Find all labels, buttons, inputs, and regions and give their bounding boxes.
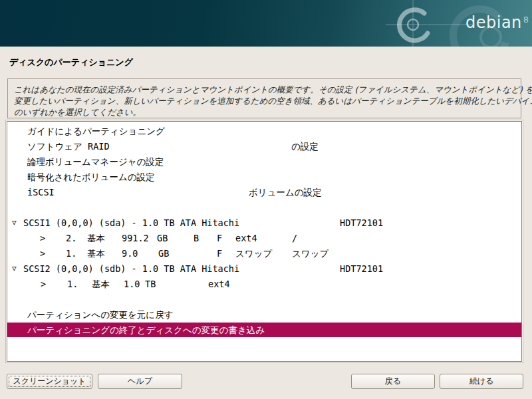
row-text: TB xyxy=(145,277,156,291)
row-text: 991.2 xyxy=(122,231,149,245)
partition-sda1[interactable]: >1.基本9.0GBFスワップスワップ xyxy=(7,246,521,261)
row-text: 基本 xyxy=(92,277,110,291)
row-text: SCSI2 (0,0,0) (sdb) - 1.0 TB ATA Hitachi xyxy=(23,261,239,276)
partition-sda2[interactable]: >2.基本991.2GBBFext4/ xyxy=(7,231,521,245)
partition-list: ガイドによるパーティショニングソフトウェア RAIDの設定論理ボリュームマネージ… xyxy=(7,121,522,362)
brand-version: 8 xyxy=(523,15,529,25)
row-text: 論理ボリュームマネージャの設定 xyxy=(27,154,164,169)
header-banner: debian8 xyxy=(0,0,532,47)
description-line: のいずれかを選択してください。 xyxy=(14,106,514,118)
description-line: これはあなたの現在の設定済みパーティションとマウントポイントの概要です。その設定… xyxy=(14,84,514,95)
row-text: HDT72101 xyxy=(340,215,383,230)
disk-sda[interactable]: ▽SCSI1 (0,0,0) (sda) - 1.0 TB ATA Hitach… xyxy=(7,215,521,230)
row-text: GB xyxy=(158,246,169,261)
spacer-row xyxy=(7,292,521,307)
row-text: GB xyxy=(157,231,168,245)
row-text: 2. xyxy=(66,231,76,245)
row-text: > xyxy=(40,231,45,245)
help-button[interactable]: ヘルプ xyxy=(98,374,182,389)
disk-sdb[interactable]: ▽SCSI2 (0,0,0) (sdb) - 1.0 TB ATA Hitach… xyxy=(7,261,521,276)
row-text: 1.0 xyxy=(124,277,140,291)
partition-sdb1[interactable]: >1.基本1.0TBext4 xyxy=(7,277,521,291)
row-text: ext4 xyxy=(235,231,257,245)
brand-text: debian xyxy=(466,13,522,32)
row-text: ガイドによるパーティショニング xyxy=(27,124,165,138)
row-text: > xyxy=(41,277,46,291)
row-text: の設定 xyxy=(291,139,319,154)
configure-lvm[interactable]: 論理ボリュームマネージャの設定 xyxy=(7,154,521,169)
row-text: ソフトウェア RAID xyxy=(27,139,110,154)
row-text: 9.0 xyxy=(122,246,138,261)
row-text: 1. xyxy=(66,246,76,261)
row-text: 基本 xyxy=(87,246,105,261)
expander-down-icon: ▽ xyxy=(12,261,17,276)
back-button[interactable]: 戻る xyxy=(351,374,435,389)
guided-partitioning[interactable]: ガイドによるパーティショニング xyxy=(7,124,521,138)
page-title: ディスクのパーティショニング xyxy=(9,57,133,68)
row-text: パーティションへの変更を元に戻す xyxy=(27,307,173,322)
configure-software-raid[interactable]: ソフトウェア RAIDの設定 xyxy=(7,139,521,154)
description-line: 変更したいパーティション、新しいパーティションを追加するための空き領域、あるいは… xyxy=(14,95,514,106)
row-text: スワップ xyxy=(235,246,272,261)
partition-listbox: ガイドによるパーティショニングソフトウェア RAIDの設定論理ボリュームマネージ… xyxy=(5,120,523,363)
row-text: F xyxy=(217,246,222,261)
row-text: 1. xyxy=(67,277,78,291)
continue-button[interactable]: 続ける xyxy=(440,374,523,389)
debian-brand: debian8 xyxy=(466,13,529,32)
row-text: HDT72101 xyxy=(340,261,383,276)
configure-encrypted-volumes[interactable]: 暗号化されたボリュームの設定 xyxy=(7,170,521,184)
spacer-row xyxy=(7,200,521,215)
row-text: パーティショニングの終了とディスクへの変更の書き込み xyxy=(27,323,265,337)
row-text: / xyxy=(292,231,297,245)
row-text: B xyxy=(194,231,199,245)
finish-partitioning[interactable]: パーティショニングの終了とディスクへの変更の書き込み xyxy=(7,323,521,337)
row-text: ext4 xyxy=(208,277,230,291)
undo-partition-changes[interactable]: パーティションへの変更を元に戻す xyxy=(7,307,521,322)
description-box: これはあなたの現在の設定済みパーティションとマウントポイントの概要です。その設定… xyxy=(7,78,521,118)
configure-iscsi[interactable]: iSCSIボリュームの設定 xyxy=(7,185,521,200)
row-text: iSCSI xyxy=(27,185,55,200)
row-text: SCSI1 (0,0,0) (sda) - 1.0 TB ATA Hitachi xyxy=(23,215,239,230)
row-text: ボリュームの設定 xyxy=(249,185,322,200)
row-text: 暗号化されたボリュームの設定 xyxy=(27,170,155,184)
expander-down-icon: ▽ xyxy=(12,215,17,230)
row-text: F xyxy=(217,231,222,245)
row-text: > xyxy=(40,246,45,261)
row-text: 基本 xyxy=(87,231,105,245)
row-text: スワップ xyxy=(292,246,329,261)
screenshot-button[interactable]: スクリーンショット xyxy=(7,374,92,389)
